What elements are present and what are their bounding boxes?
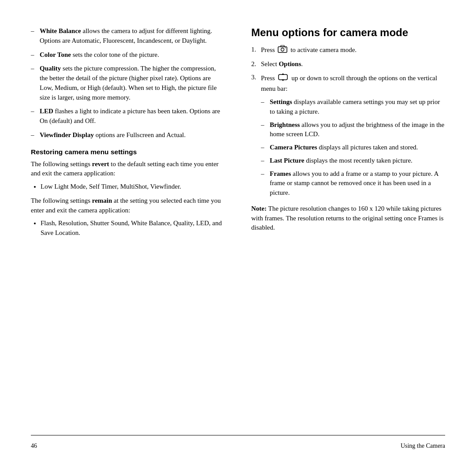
note-block: Note: The picture resolution changes to … xyxy=(251,204,445,233)
list-item: – Color Tone sets the color tone of the … xyxy=(31,50,225,60)
item-label: Camera Pictures xyxy=(270,144,317,151)
step-content: Press to activate camera mode. xyxy=(261,45,445,56)
svg-point-2 xyxy=(281,48,284,51)
list-item: 3. Press up or down to scroll through th… xyxy=(251,73,445,94)
dash: – xyxy=(261,169,270,198)
revert-list: Low Light Mode, Self Timer, MultiShot, V… xyxy=(31,182,225,192)
restoring-text-pre: The following settings xyxy=(31,160,90,167)
dash: – xyxy=(261,97,270,117)
item-text: displays the most recently taken picture… xyxy=(304,157,412,164)
list-item: – Viewfinder Display options are Fullscr… xyxy=(31,130,225,140)
step-number: 2. xyxy=(251,60,261,69)
dash: – xyxy=(31,26,40,46)
remain-item-text: Flash, Resolution, Shutter Sound, White … xyxy=(41,219,222,236)
restoring-heading: Restoring camera menu settings xyxy=(31,148,225,156)
item-content: Viewfinder Display options are Fullscree… xyxy=(40,130,225,140)
item-label: White Balance xyxy=(40,27,81,34)
item-text: displays available camera settings you m… xyxy=(270,98,440,115)
step-bold: Options xyxy=(279,60,301,67)
dash: – xyxy=(31,107,40,126)
step-text-post: to activate camera mode. xyxy=(289,46,357,53)
sub-items-list: – Settings displays available camera set… xyxy=(251,97,445,198)
dash: – xyxy=(31,50,40,60)
right-column: Menu options for camera mode 1. Press xyxy=(247,26,445,435)
item-content: Camera Pictures displays all pictures ta… xyxy=(270,143,445,152)
item-label: Quality xyxy=(40,65,61,72)
list-item: – Settings displays available camera set… xyxy=(261,97,445,117)
item-label: Viewfinder Display xyxy=(40,131,94,138)
footer: 46 Using the Camera xyxy=(31,435,445,450)
main-heading: Menu options for camera mode xyxy=(251,26,445,39)
note-label: Note: xyxy=(251,205,267,212)
footer-section-label: Using the Camera xyxy=(401,443,445,450)
step-text-post: . xyxy=(301,60,303,67)
svg-marker-6 xyxy=(282,79,284,81)
list-item: 1. Press to activate camera mode. xyxy=(251,45,445,56)
list-item: – White Balance allows the camera to adj… xyxy=(31,26,225,46)
step-text-pre: Press xyxy=(261,74,276,81)
item-content: Quality sets the picture compression. Th… xyxy=(40,64,225,102)
svg-point-3 xyxy=(285,48,286,48)
svg-marker-5 xyxy=(282,73,284,75)
scroll-icon xyxy=(278,73,288,85)
list-item: – Camera Pictures displays all pictures … xyxy=(261,143,445,152)
remain-list: Flash, Resolution, Shutter Sound, White … xyxy=(31,219,225,238)
item-label: LED xyxy=(40,108,53,115)
page: – White Balance allows the camera to adj… xyxy=(0,0,476,476)
restoring-intro-paragraph: The following settings revert to the def… xyxy=(31,160,225,179)
list-item: Low Light Mode, Self Timer, MultiShot, V… xyxy=(41,182,225,192)
list-item: Flash, Resolution, Shutter Sound, White … xyxy=(41,219,225,238)
step-content: Press up or down to scroll through the o… xyxy=(261,73,445,94)
content-area: – White Balance allows the camera to adj… xyxy=(31,26,445,435)
dash: – xyxy=(261,156,270,166)
note-text: The picture resolution changes to 160 x … xyxy=(251,205,443,231)
item-label: Color Tone xyxy=(40,51,71,58)
remain-text-pre: The following settings xyxy=(31,197,90,204)
item-content: Settings displays available camera setti… xyxy=(270,97,445,117)
dash: – xyxy=(261,120,270,140)
item-content: LED flashes a light to indicate a pictur… xyxy=(40,107,225,126)
item-text: flashes a light to indicate a picture ha… xyxy=(40,108,220,124)
camera-icon xyxy=(278,45,287,56)
list-item: – Frames allows you to add a frame or a … xyxy=(261,169,445,198)
item-label: Last Picture xyxy=(270,157,304,164)
steps-list: 1. Press to activate camera mode. xyxy=(251,45,445,94)
item-text: options are Fullscreen and Actual. xyxy=(94,131,186,138)
step-text-pre: Select xyxy=(261,60,279,67)
item-content: Brightness allows you to adjust the brig… xyxy=(270,120,445,140)
step-number: 3. xyxy=(251,73,261,94)
item-content: Frames allows you to add a frame or a st… xyxy=(270,169,445,198)
item-label: Brightness xyxy=(270,121,300,128)
list-item: – Last Picture displays the most recentl… xyxy=(261,156,445,166)
remain-intro-paragraph: The following settings remain at the set… xyxy=(31,196,225,216)
remain-text-bold: remain xyxy=(92,197,112,204)
dash: – xyxy=(31,64,40,102)
step-text-pre: Press xyxy=(261,46,276,53)
list-item: 2. Select Options. xyxy=(251,60,445,69)
item-text: allows you to add a frame or a stamp to … xyxy=(270,170,438,197)
item-content: Last Picture displays the most recently … xyxy=(270,156,445,166)
item-text: displays all pictures taken and stored. xyxy=(317,144,418,151)
svg-rect-4 xyxy=(279,74,287,80)
svg-rect-1 xyxy=(281,45,284,47)
list-item: – Quality sets the picture compression. … xyxy=(31,64,225,102)
dash: – xyxy=(261,143,270,152)
list-item: – Brightness allows you to adjust the br… xyxy=(261,120,445,140)
dash: – xyxy=(31,130,40,140)
restoring-text-bold: revert xyxy=(92,160,109,167)
list-item: – LED flashes a light to indicate a pict… xyxy=(31,107,225,126)
page-number: 46 xyxy=(31,443,37,450)
item-label: Frames xyxy=(270,170,291,177)
item-content: White Balance allows the camera to adjus… xyxy=(40,26,225,46)
left-column: – White Balance allows the camera to adj… xyxy=(31,26,229,435)
step-number: 1. xyxy=(251,45,261,56)
item-label: Settings xyxy=(270,98,292,105)
item-text: sets the color tone of the picture. xyxy=(71,51,159,58)
item-text: sets the picture compression. The higher… xyxy=(40,65,217,100)
step-content: Select Options. xyxy=(261,60,445,69)
feature-bullet-list: – White Balance allows the camera to adj… xyxy=(31,26,225,140)
revert-item-text: Low Light Mode, Self Timer, MultiShot, V… xyxy=(41,183,181,190)
item-content: Color Tone sets the color tone of the pi… xyxy=(40,50,225,60)
